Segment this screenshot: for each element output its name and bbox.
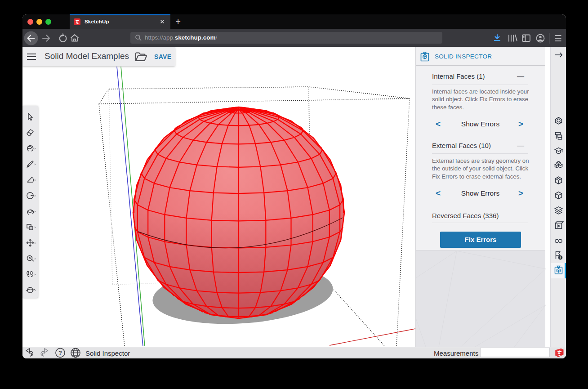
- svg-text:?: ?: [58, 349, 62, 356]
- svg-text:i: i: [560, 256, 561, 259]
